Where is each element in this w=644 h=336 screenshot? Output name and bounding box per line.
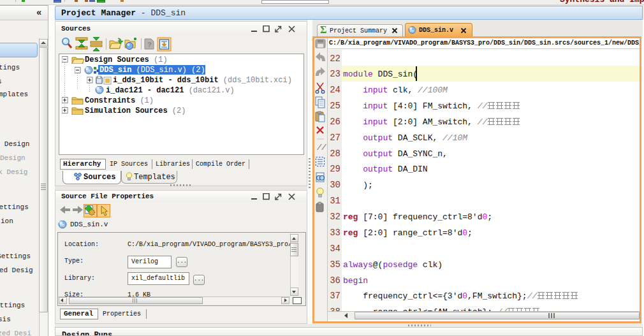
svg-text:ve: ve (86, 68, 91, 73)
svg-text:ve: ve (410, 29, 414, 33)
svg-text:ve: ve (97, 88, 101, 92)
svg-text:?: ? (147, 41, 152, 48)
svg-text://: // (317, 143, 326, 152)
svg-text:ve: ve (60, 223, 64, 227)
